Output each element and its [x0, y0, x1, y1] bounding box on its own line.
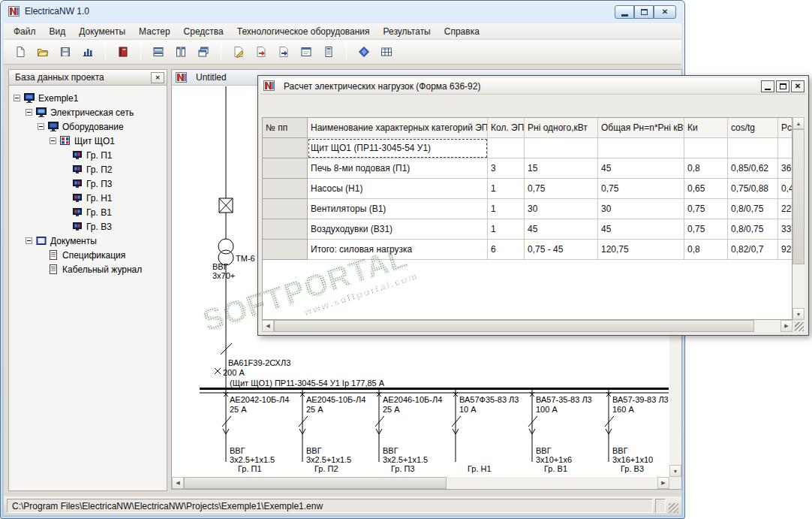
table-cell[interactable]: [598, 138, 684, 158]
chart-button[interactable]: [78, 42, 98, 62]
scroll-right-button[interactable]: ▶: [657, 477, 669, 489]
scroll-down-button[interactable]: ▼: [669, 465, 681, 477]
table-cell[interactable]: [263, 219, 308, 240]
resize-grip[interactable]: [669, 503, 678, 513]
tree-item-1[interactable]: Exemple1: [11, 91, 165, 105]
table-cell[interactable]: 30: [525, 199, 598, 219]
hscroll-thumb[interactable]: [184, 477, 447, 489]
tree-item-9[interactable]: Гр. В1: [11, 205, 165, 219]
menu-item-3[interactable]: Документы: [72, 24, 132, 39]
table-cell[interactable]: 0,75: [598, 179, 684, 199]
menu-item-7[interactable]: Результаты: [377, 24, 438, 39]
table-cell[interactable]: 36: [778, 158, 792, 179]
table-cell[interactable]: 33,: [778, 219, 792, 240]
table-cell[interactable]: 0,8/0,75: [728, 219, 778, 240]
menu-item-2[interactable]: Вид: [43, 24, 73, 39]
menu-item-4[interactable]: Мастер: [132, 24, 177, 39]
table-cell[interactable]: [728, 138, 778, 158]
table-cell[interactable]: [263, 179, 308, 199]
table-cell[interactable]: 120,75: [598, 240, 684, 260]
table-cell[interactable]: Насосы (Н1): [308, 179, 488, 199]
table-cell[interactable]: [488, 138, 525, 158]
scroll-left-button[interactable]: ◀: [172, 477, 184, 489]
report-button[interactable]: [319, 42, 338, 62]
maximize-button[interactable]: [634, 5, 654, 19]
menu-item-6[interactable]: Технологическое оборудования: [230, 24, 377, 39]
table-cell[interactable]: 0,82/0,7: [728, 240, 778, 260]
tree-item-2[interactable]: Электрическая сеть: [11, 105, 165, 119]
table-cell[interactable]: 45: [598, 158, 684, 179]
dialog-scroll-up-button[interactable]: ▲: [792, 117, 804, 129]
reference-book-button[interactable]: [354, 42, 374, 62]
table-cell[interactable]: Щит ЩО1 (ПР11-3045-54 У1): [308, 138, 488, 158]
branch-circuit-1[interactable]: АЕ2042-10Б-Л425 АВВГ3х2.5+1х1.5Гр. П1: [222, 390, 289, 473]
table-cell[interactable]: 1: [488, 199, 525, 219]
table-cell[interactable]: Печь 8-ми подовая (П1): [308, 158, 488, 179]
dialog-scroll-right-button[interactable]: ▶: [780, 320, 792, 332]
table-cell[interactable]: 22,: [778, 199, 792, 219]
new-document-button[interactable]: [11, 42, 30, 62]
tree-item-4[interactable]: Щит ЩО1: [11, 134, 165, 148]
edit-document-button[interactable]: [229, 42, 248, 62]
tree-expander-icon[interactable]: [26, 109, 32, 116]
minimize-button[interactable]: [615, 5, 634, 19]
table-cell[interactable]: 0,85/0,62: [728, 158, 778, 179]
main-titlebar[interactable]: ElectricaNW 1.0 ✕: [1, 1, 684, 22]
tree-expander-icon[interactable]: [14, 95, 20, 101]
table-cell[interactable]: 92,: [778, 240, 792, 260]
branch-circuit-2[interactable]: АЕ2045-10Б-Л425 АВВГ3х2.5+1х1.5Гр. П2: [299, 390, 365, 473]
tree-item-11[interactable]: Документы: [11, 234, 165, 248]
table-grid-button[interactable]: [377, 42, 396, 62]
table-cell[interactable]: 30: [598, 199, 684, 219]
table-cell[interactable]: 0,75: [525, 179, 598, 199]
table-cell[interactable]: Вентиляторы (В1): [308, 199, 488, 219]
table-cell[interactable]: 0,8: [684, 240, 728, 260]
table-cell[interactable]: [263, 199, 308, 219]
branch-circuit-6[interactable]: ВА57-39-83 Л3160 АВВГ3х16+1х10Гр. В3: [605, 390, 669, 473]
branch-circuit-3[interactable]: АЕ2046-10Б-Л425 АВВГ3х2.5+1х1.5Гр. П3: [375, 390, 442, 473]
tree-item-5[interactable]: Гр. П1: [11, 148, 165, 162]
dialog-vscrollbar[interactable]: ▲ ▼: [792, 117, 804, 320]
tree-expander-icon[interactable]: [26, 237, 32, 244]
branch-circuit-5[interactable]: ВА57-35-83 Л3100 АВВГ3х10+1х6Гр. В1: [528, 390, 592, 473]
table-cell[interactable]: [263, 158, 308, 179]
book-button[interactable]: [113, 42, 133, 62]
tile-horizontal-button[interactable]: [149, 42, 168, 62]
export-document-button[interactable]: [251, 42, 271, 62]
table-cell[interactable]: [263, 138, 308, 158]
menu-item-8[interactable]: Справка: [438, 24, 486, 39]
tile-vertical-button[interactable]: [171, 42, 191, 62]
refresh-document-button[interactable]: [274, 42, 293, 62]
menu-item-1[interactable]: Файл: [7, 24, 43, 39]
table-cell[interactable]: 15: [525, 158, 598, 179]
dialog-close-button[interactable]: ✕: [791, 80, 804, 92]
table-cell[interactable]: [263, 240, 308, 260]
properties-button[interactable]: [296, 42, 316, 62]
table-cell[interactable]: 0,8: [684, 158, 728, 179]
table-cell[interactable]: 0,75 - 45: [525, 240, 598, 260]
dialog-hscroll-thumb[interactable]: [274, 320, 754, 332]
table-cell[interactable]: 1: [488, 219, 525, 240]
dialog-titlebar[interactable]: Расчет электрических нагрузок (Форма 636…: [260, 78, 806, 95]
close-button[interactable]: ✕: [654, 5, 676, 19]
tree-item-12[interactable]: Спецификация: [11, 248, 165, 262]
dialog-scroll-down-button[interactable]: ▼: [792, 308, 804, 320]
table-cell[interactable]: 0,75: [684, 219, 728, 240]
table-cell[interactable]: 45: [525, 219, 598, 240]
dialog-minimize-button[interactable]: [761, 80, 774, 92]
tree-item-13[interactable]: Кабельный журнал: [11, 262, 165, 276]
table-cell[interactable]: [684, 138, 728, 158]
table-cell[interactable]: 0,65: [684, 179, 728, 199]
table-cell[interactable]: [525, 138, 598, 158]
table-cell[interactable]: [778, 138, 792, 158]
dialog-vscroll-thumb[interactable]: [792, 129, 804, 264]
dialog-resize-grip[interactable]: [795, 322, 804, 331]
dialog-scroll-left-button[interactable]: ◀: [262, 320, 274, 332]
tree-expander-icon[interactable]: [50, 137, 56, 144]
tree-item-8[interactable]: Гр. Н1: [11, 191, 165, 205]
table-cell[interactable]: 6: [488, 240, 525, 260]
tree-expander-icon[interactable]: [38, 123, 44, 130]
table-cell[interactable]: 0,8/0,75: [728, 199, 778, 219]
table-cell[interactable]: 0,4: [778, 179, 792, 199]
dialog-maximize-button[interactable]: [776, 80, 789, 92]
